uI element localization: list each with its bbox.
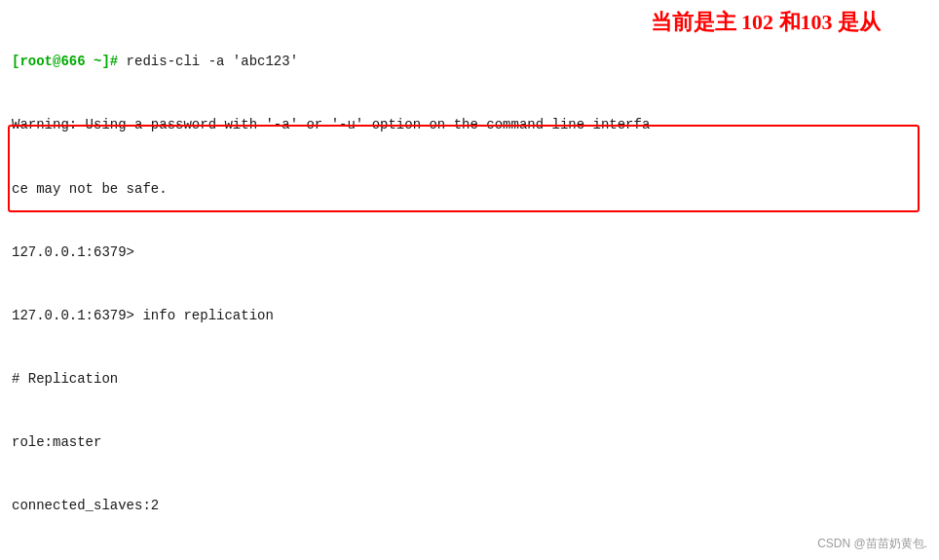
line-3: ce may not be safe. [12,179,927,201]
line-8: connected_slaves:2 [12,496,927,517]
line-7: role:master [12,432,927,454]
line-2: Warning: Using a password with '-a' or '… [12,115,927,136]
terminal-content: [root@666 ~]# redis-cli -a 'abc123' Warn… [12,10,927,560]
line-1: [root@666 ~]# redis-cli -a 'abc123' [12,52,927,73]
line-5: 127.0.0.1:6379> info replication [12,306,927,327]
line-4: 127.0.0.1:6379> [12,243,927,264]
watermark: CSDN @苗苗奶黄包. [817,536,927,552]
line-6: # Replication [12,369,927,391]
terminal-window: 当前是主 102 和103 是从 [root@666 ~]# redis-cli… [0,0,939,560]
annotation-text: 当前是主 102 和103 是从 [651,8,882,37]
prompt-green-1: [root@666 ~]# [12,54,118,69]
